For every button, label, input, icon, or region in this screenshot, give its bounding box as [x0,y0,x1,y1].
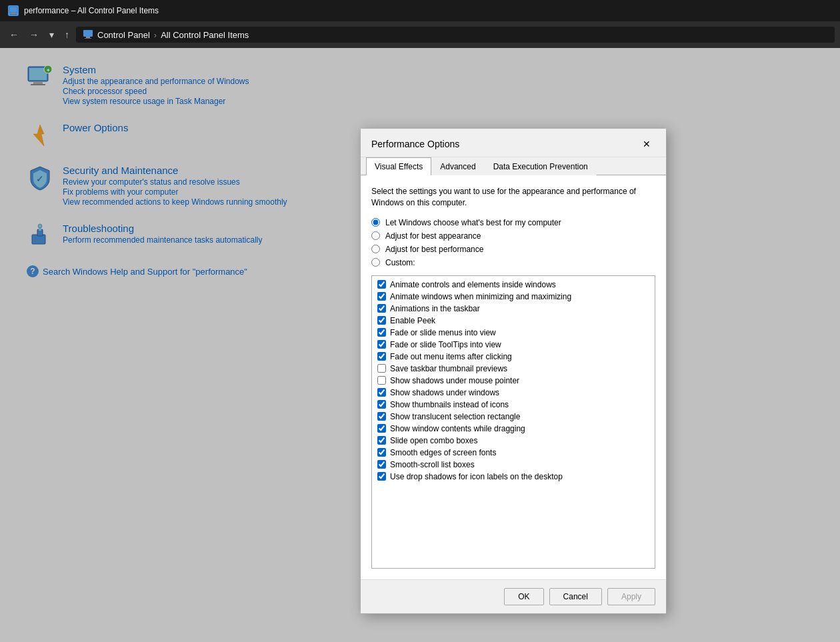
checkbox-label-1: Animate windows when minimizing and maxi… [390,292,571,301]
check-item-12[interactable]: Show window contents while dragging [375,423,652,435]
radio-group: Let Windows choose what's best for my co… [371,218,655,267]
app-icon [8,5,19,16]
checkbox-label-11: Show translucent selection rectangle [390,412,520,421]
address-input[interactable]: Control Panel › All Control Panel Items [76,27,835,43]
performance-options-dialog: Performance Options ✕ Visual Effects Adv… [360,128,667,614]
check-item-9[interactable]: Show shadows under windows [375,387,652,399]
dialog-tabs: Visual Effects Advanced Data Execution P… [361,157,666,175]
check-item-13[interactable]: Slide open combo boxes [375,435,652,447]
check-item-8[interactable]: Show shadows under mouse pointer [375,375,652,387]
window-title: performance – All Control Panel Items [24,6,159,15]
check-item-11[interactable]: Show translucent selection rectangle [375,411,652,423]
checkbox-11[interactable] [377,412,386,421]
up-button[interactable]: ↑ [61,27,73,43]
back-button[interactable]: ← [5,27,23,43]
apply-button[interactable]: Apply [607,588,655,605]
checkbox-label-5: Fade or slide ToolTips into view [390,340,501,349]
check-item-5[interactable]: Fade or slide ToolTips into view [375,339,652,351]
title-bar: performance – All Control Panel Items [0,0,840,21]
checkbox-label-15: Smooth-scroll list boxes [390,460,475,469]
checkbox-label-13: Slide open combo boxes [390,436,477,445]
checkbox-14[interactable] [377,448,386,457]
tab-dep[interactable]: Data Execution Prevention [485,157,597,175]
checkbox-label-7: Save taskbar thumbnail previews [390,364,507,373]
radio-custom[interactable] [371,258,380,267]
radio-label-4: Custom: [385,258,415,267]
custom-effects-list[interactable]: Animate controls and elements inside win… [371,275,655,569]
radio-windows-best[interactable] [371,218,380,227]
svg-rect-4 [86,37,90,38]
dialog-footer: OK Cancel Apply [361,579,666,613]
check-item-15[interactable]: Smooth-scroll list boxes [375,459,652,471]
check-item-1[interactable]: Animate windows when minimizing and maxi… [375,291,652,303]
checkbox-label-12: Show window contents while dragging [390,424,525,433]
tab-advanced[interactable]: Advanced [431,157,484,175]
svg-rect-5 [85,38,91,39]
checkbox-3[interactable] [377,316,386,325]
check-item-0[interactable]: Animate controls and elements inside win… [375,279,652,291]
breadcrumb-all-items: All Control Panel Items [161,30,249,40]
tab-visual-effects[interactable]: Visual Effects [366,157,431,175]
check-item-10[interactable]: Show thumbnails instead of icons [375,399,652,411]
checkbox-0[interactable] [377,280,386,289]
forward-button[interactable]: → [25,27,43,43]
main-content: ✦ System Adjust the appearance and perfo… [0,48,840,642]
checkbox-1[interactable] [377,292,386,301]
dialog-close-button[interactable]: ✕ [638,137,655,151]
check-item-14[interactable]: Smooth edges of screen fonts [375,447,652,459]
checkbox-label-8: Show shadows under mouse pointer [390,376,519,385]
svg-rect-1 [11,13,15,14]
checkbox-label-9: Show shadows under windows [390,388,499,397]
svg-rect-2 [10,14,17,15]
checkbox-label-4: Fade or slide menus into view [390,328,496,337]
radio-label-2: Adjust for best appearance [385,231,481,241]
checkbox-label-6: Fade out menu items after clicking [390,352,512,361]
checkbox-2[interactable] [377,304,386,313]
checkbox-label-0: Animate controls and elements inside win… [390,280,556,289]
checkbox-16[interactable] [377,472,386,481]
checkbox-8[interactable] [377,376,386,385]
ok-button[interactable]: OK [504,588,543,605]
check-item-2[interactable]: Animations in the taskbar [375,303,652,315]
radio-best-appearance[interactable] [371,231,380,240]
address-bar: ← → ▾ ↑ Control Panel › All Control Pane… [0,21,840,48]
radio-label-3: Adjust for best performance [385,245,483,254]
dialog-body: Select the settings you want to use for … [361,175,666,579]
radio-item-3[interactable]: Adjust for best performance [371,245,655,254]
breadcrumb-sep-1: › [154,30,157,40]
radio-best-performance[interactable] [371,245,380,253]
checkbox-label-10: Show thumbnails instead of icons [390,400,509,409]
checkbox-12[interactable] [377,424,386,433]
svg-rect-3 [83,30,93,37]
checkbox-6[interactable] [377,352,386,361]
radio-item-2[interactable]: Adjust for best appearance [371,231,655,241]
checkbox-label-14: Smooth edges of screen fonts [390,448,496,457]
checkbox-5[interactable] [377,340,386,349]
check-item-7[interactable]: Save taskbar thumbnail previews [375,363,652,375]
radio-label-1: Let Windows choose what's best for my co… [385,218,561,227]
down-button[interactable]: ▾ [45,27,58,43]
checkbox-label-3: Enable Peek [390,316,435,325]
checkbox-9[interactable] [377,388,386,397]
checkbox-label-2: Animations in the taskbar [390,304,480,313]
check-item-16[interactable]: Use drop shadows for icon labels on the … [375,471,652,483]
dialog-description: Select the settings you want to use for … [371,186,655,209]
cancel-button[interactable]: Cancel [549,588,602,605]
check-item-3[interactable]: Enable Peek [375,315,652,327]
radio-item-1[interactable]: Let Windows choose what's best for my co… [371,218,655,227]
checkbox-15[interactable] [377,460,386,469]
breadcrumb-control-panel: Control Panel [97,30,150,40]
check-item-4[interactable]: Fade or slide menus into view [375,327,652,339]
checkbox-label-16: Use drop shadows for icon labels on the … [390,472,563,481]
dialog-title-bar: Performance Options ✕ [361,129,666,157]
check-item-6[interactable]: Fade out menu items after clicking [375,351,652,363]
checkbox-13[interactable] [377,436,386,445]
checkbox-4[interactable] [377,328,386,337]
checkbox-7[interactable] [377,364,386,373]
dialog-title: Performance Options [371,139,459,149]
checkbox-10[interactable] [377,400,386,409]
radio-item-4[interactable]: Custom: [371,258,655,267]
svg-rect-0 [9,7,17,13]
